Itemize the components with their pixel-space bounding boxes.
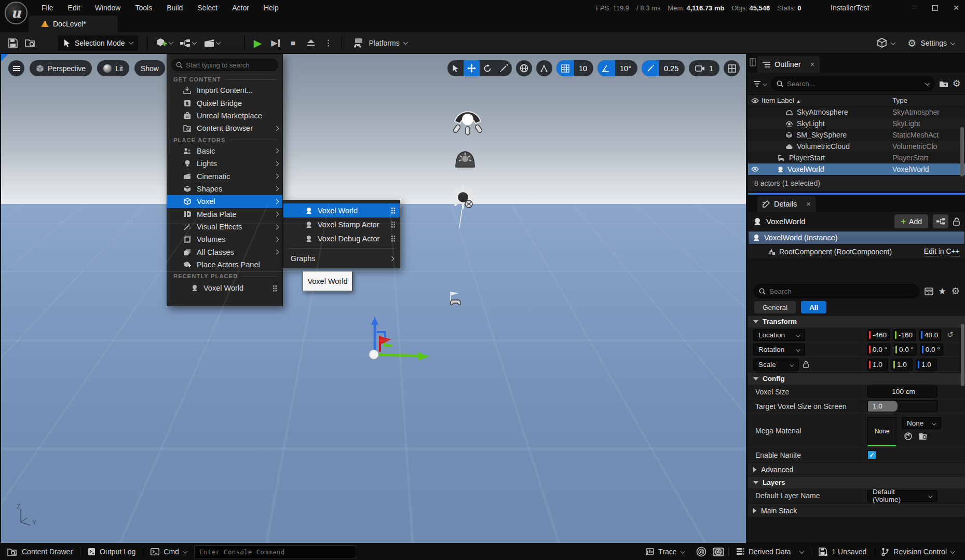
translate-gizmo[interactable] xyxy=(359,312,437,370)
stop-button[interactable]: ■ xyxy=(284,35,302,51)
world-local-space-icon[interactable] xyxy=(516,60,532,76)
outliner-settings-gear-icon[interactable]: ⚙ xyxy=(953,79,961,88)
select-tool-icon[interactable] xyxy=(447,60,464,76)
scale-space-dropdown[interactable]: Scale xyxy=(753,359,799,371)
use-selected-asset-icon[interactable] xyxy=(904,432,913,440)
category-main-stack[interactable]: Main Stack xyxy=(748,503,965,517)
minimize-icon[interactable]: ─ xyxy=(909,4,919,12)
grid-snap-control[interactable]: 10 xyxy=(556,60,593,76)
unsaved-changes-button[interactable]: ★ 1 Unsaved xyxy=(811,543,874,560)
details-search-input[interactable] xyxy=(769,288,914,295)
mega-material-dropdown[interactable]: None xyxy=(902,417,941,429)
location-space-dropdown[interactable]: Location xyxy=(753,329,805,341)
player-start-sprite-icon[interactable] xyxy=(446,291,465,307)
rotation-y-field[interactable]: 0.0 ° xyxy=(894,344,917,356)
drag-handle-icon[interactable] xyxy=(391,235,396,242)
unreal-logo-icon[interactable]: u xyxy=(5,2,28,24)
viewport-options-menu-icon[interactable] xyxy=(8,60,24,76)
convert-to-blueprint-button[interactable] xyxy=(933,214,948,228)
play-button[interactable]: ▶ xyxy=(249,35,267,51)
drag-handle-icon[interactable] xyxy=(391,207,396,214)
sky-atmosphere-sprite-icon[interactable] xyxy=(454,146,477,169)
menu-item-content-browser[interactable]: Content Browser xyxy=(167,122,282,134)
menu-item-cinematic[interactable]: Cinematic xyxy=(167,170,282,182)
menu-item-place-actors-panel[interactable]: Place Actors Panel xyxy=(167,258,282,271)
lit-mode-dropdown[interactable]: Lit xyxy=(97,60,129,76)
outliner-scrollbar[interactable] xyxy=(960,127,964,176)
menu-item-shapes[interactable]: Shapes xyxy=(167,183,282,195)
trace-dropdown[interactable]: Trace xyxy=(638,543,691,560)
menu-tools[interactable]: Tools xyxy=(128,0,159,16)
viewport-layout-icon[interactable] xyxy=(724,60,740,76)
camera-speed-control[interactable]: 1 xyxy=(689,60,719,76)
level-viewport[interactable]: Z Y Perspective Lit Show xyxy=(1,54,746,543)
category-advanced[interactable]: Advanced xyxy=(748,462,965,476)
outliner-header[interactable]: Item Label ▲ Type xyxy=(748,94,965,106)
outliner-row-skyatmosphere[interactable]: SkyAtmosphere SkyAtmospher xyxy=(748,106,965,118)
menu-item-quixel-bridge[interactable]: Quixel Bridge xyxy=(167,97,282,109)
target-voxel-size-slider[interactable]: 1.0 xyxy=(867,400,937,412)
rotate-tool-icon[interactable] xyxy=(480,60,496,76)
drag-handle-icon[interactable] xyxy=(273,285,277,292)
close-tab-icon[interactable]: × xyxy=(806,200,810,208)
revision-control-dropdown[interactable]: Revision Control xyxy=(874,543,962,560)
details-settings-gear-icon[interactable]: ⚙ xyxy=(952,286,960,296)
details-scrollbar[interactable] xyxy=(961,324,964,386)
rotation-space-dropdown[interactable]: Rotation xyxy=(753,344,805,356)
category-transform[interactable]: Transform xyxy=(748,315,965,327)
add-component-button[interactable]: +Add xyxy=(894,214,928,228)
menu-item-voxel[interactable]: Voxel xyxy=(167,195,282,208)
menu-item-lights[interactable]: Lights xyxy=(167,157,282,170)
favorites-star-icon[interactable]: ★ xyxy=(939,287,946,296)
location-z-field[interactable]: 40.0 xyxy=(919,329,941,341)
scale-y-field[interactable]: 1.0 xyxy=(892,359,913,371)
place-menu-search[interactable] xyxy=(171,59,278,71)
scale-z-field[interactable]: 1.0 xyxy=(916,359,937,371)
content-drawer-button[interactable]: Content Drawer xyxy=(0,543,80,560)
drag-handle-icon[interactable] xyxy=(391,221,396,228)
create-folder-icon[interactable] xyxy=(939,80,948,88)
eject-button[interactable] xyxy=(302,35,320,51)
voxel-size-field[interactable]: 100 cm xyxy=(867,386,937,398)
sidebar-expand-icon[interactable] xyxy=(750,58,756,66)
menu-item-recent-voxel-world[interactable]: Voxel World xyxy=(167,281,282,295)
platforms-dropdown[interactable]: Platforms xyxy=(346,38,414,48)
submenu-item-voxel-stamp-actor[interactable]: Voxel Stamp Actor xyxy=(283,217,400,231)
submenu-item-graphs[interactable]: Graphs xyxy=(283,251,400,266)
settings-dropdown[interactable]: ⚙ Settings xyxy=(902,38,960,48)
show-dropdown[interactable]: Show xyxy=(134,60,165,76)
rotation-z-field[interactable]: 0.0 ° xyxy=(920,344,943,356)
menu-item-unreal-marketplace[interactable]: u Unreal Marketplace xyxy=(167,110,282,122)
directional-light-sprite-icon[interactable] xyxy=(451,185,475,228)
menu-window[interactable]: Window xyxy=(88,0,128,16)
close-icon[interactable]: × xyxy=(952,2,961,13)
add-actor-button[interactable] xyxy=(152,35,176,51)
content-browser-button[interactable] xyxy=(22,35,39,51)
level-tab[interactable]: DocLevel* xyxy=(29,16,118,32)
console-command-input-wrap[interactable] xyxy=(194,545,356,558)
menu-help[interactable]: Help xyxy=(256,0,286,16)
menu-actor[interactable]: Actor xyxy=(225,0,256,16)
close-tab-icon[interactable]: × xyxy=(810,60,814,69)
menu-item-import-content[interactable]: Import Content... xyxy=(167,84,282,97)
menu-edit[interactable]: Edit xyxy=(61,0,88,16)
scale-lock-icon[interactable] xyxy=(803,361,809,368)
menu-item-all-classes[interactable]: All Classes xyxy=(167,246,282,258)
insights-icon[interactable] xyxy=(696,547,706,557)
menu-item-basic[interactable]: Basic xyxy=(167,145,282,157)
menu-item-volumes[interactable]: Volumes xyxy=(167,233,282,245)
unlocked-icon[interactable] xyxy=(953,217,960,226)
skylight-sprite-icon[interactable] xyxy=(451,110,485,137)
display-options-icon[interactable] xyxy=(925,288,933,295)
menu-file[interactable]: File xyxy=(34,0,61,16)
filter-general-button[interactable]: General xyxy=(754,301,796,313)
outliner-row-skylight[interactable]: SkyLight SkyLight xyxy=(748,118,965,129)
outliner-search[interactable] xyxy=(771,76,935,91)
outliner-filter-icon[interactable] xyxy=(753,80,767,87)
search-options-chevron-icon[interactable] xyxy=(925,80,930,86)
play-options-kebab-icon[interactable]: ⋮ xyxy=(320,35,337,51)
default-layer-dropdown[interactable]: Default (Volume) xyxy=(867,490,937,502)
place-menu-search-input[interactable] xyxy=(186,61,264,69)
rotation-x-field[interactable]: 0.0 ° xyxy=(867,344,890,356)
outliner-search-input[interactable] xyxy=(787,80,922,88)
